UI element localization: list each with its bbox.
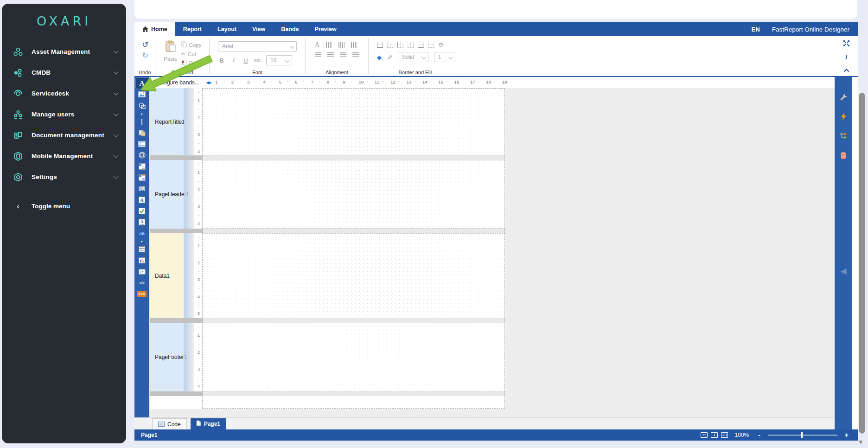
events-button[interactable] bbox=[835, 107, 852, 126]
align-right-icon[interactable] bbox=[340, 52, 346, 58]
band-content[interactable] bbox=[202, 233, 505, 318]
sidebar-item-asset-management[interactable]: Asset Management bbox=[2, 41, 126, 62]
table-object-tool[interactable] bbox=[136, 139, 148, 149]
band-label[interactable]: PageHeader1 bbox=[150, 160, 184, 229]
italic-button[interactable]: I bbox=[230, 57, 237, 64]
scrollbar-down-arrow-icon[interactable]: ▼ bbox=[859, 439, 862, 445]
fill-color-icon[interactable]: ◆ bbox=[377, 54, 382, 61]
vertical-scrollbar[interactable]: ▼ bbox=[859, 32, 865, 443]
shape-object-tool[interactable] bbox=[136, 100, 148, 111]
align-left-icon[interactable] bbox=[315, 52, 321, 58]
redo-button[interactable]: ↻ bbox=[142, 51, 148, 59]
tab-preview[interactable]: Preview bbox=[306, 22, 344, 36]
line-color-icon[interactable]: ✎ bbox=[386, 55, 393, 60]
band-data[interactable]: Data1 1-2-3-4-5- bbox=[150, 233, 505, 318]
fit-whole-page-icon[interactable]: ↕ bbox=[711, 432, 718, 438]
info-icon[interactable]: i bbox=[845, 53, 847, 61]
font-color-button[interactable]: A bbox=[315, 41, 319, 49]
signature-object-tool[interactable] bbox=[136, 266, 148, 277]
data-button[interactable] bbox=[835, 146, 852, 165]
svg-object-tool[interactable]: SVG bbox=[136, 288, 148, 299]
tab-report[interactable]: Report bbox=[175, 22, 210, 36]
paste-button[interactable]: Paste bbox=[164, 40, 177, 69]
tab-page1[interactable]: Page1 bbox=[191, 418, 226, 429]
sidebar-item-servicedesk[interactable]: Servicedesk bbox=[2, 83, 126, 104]
zoom-one-to-one-icon[interactable]: 1:1 bbox=[721, 432, 728, 438]
undo-button[interactable]: ↺ bbox=[142, 41, 148, 49]
band-page-footer[interactable]: PageFooter1 1-2-3-4- bbox=[150, 323, 505, 391]
border-top-icon[interactable] bbox=[408, 42, 414, 48]
zoom-out-button[interactable]: - bbox=[755, 431, 763, 439]
border-none-icon[interactable] bbox=[387, 42, 393, 48]
band-separator[interactable] bbox=[150, 229, 505, 233]
bold-button[interactable]: B bbox=[218, 57, 225, 64]
border-right-icon[interactable] bbox=[428, 42, 434, 48]
sidebar-item-mobile-management[interactable]: Mobile Management bbox=[2, 146, 126, 166]
band-page-header[interactable]: PageHeader1 1-2-3-4- bbox=[150, 160, 505, 229]
border-all-icon[interactable] bbox=[377, 42, 383, 48]
band-separator[interactable] bbox=[150, 318, 505, 323]
align-justify-icon[interactable] bbox=[352, 52, 359, 58]
configure-bands-button[interactable]: Configure bands... bbox=[154, 79, 199, 86]
matrix-object-tool[interactable] bbox=[136, 161, 148, 172]
sidebar-item-manage-users[interactable]: Manage users bbox=[2, 104, 126, 125]
strikethrough-button[interactable]: abc bbox=[254, 58, 262, 63]
tab-view[interactable]: View bbox=[244, 22, 273, 36]
fit-page-width-icon[interactable]: ↔ bbox=[701, 432, 708, 438]
delete-button[interactable]: Delete bbox=[181, 59, 204, 67]
copy-button[interactable]: Copy bbox=[181, 41, 204, 49]
tab-code[interactable]: ‹› Code bbox=[152, 418, 187, 429]
html-object-tool[interactable]: </> bbox=[136, 277, 148, 288]
band-content[interactable] bbox=[202, 323, 505, 391]
tab-bands[interactable]: Bands bbox=[273, 22, 306, 36]
border-bottom-icon[interactable] bbox=[418, 42, 424, 48]
richtext-object-tool[interactable]: A bbox=[136, 194, 148, 205]
chart-object-tool[interactable] bbox=[136, 255, 148, 266]
report-tree-button[interactable] bbox=[835, 126, 852, 146]
zoom-in-button[interactable]: + bbox=[842, 431, 851, 439]
toggle-menu-button[interactable]: ‹ Toggle menu bbox=[2, 196, 126, 217]
text-object-tool[interactable]: A bbox=[136, 78, 148, 89]
subreport-object-tool[interactable] bbox=[136, 128, 148, 138]
font-size-select[interactable]: 10 bbox=[266, 55, 292, 65]
tab-layout[interactable]: Layout bbox=[210, 22, 244, 36]
cellular-text-object-tool[interactable]: A bbox=[136, 217, 148, 227]
fullscreen-icon[interactable] bbox=[843, 40, 850, 49]
band-content[interactable] bbox=[202, 160, 505, 229]
checkbox-object-tool[interactable] bbox=[136, 205, 148, 216]
sidebar-item-settings[interactable]: Settings bbox=[2, 166, 126, 187]
sidebar-item-cmdb[interactable]: CMDB bbox=[2, 62, 126, 83]
band-label[interactable]: Data1 bbox=[150, 233, 184, 318]
tab-home[interactable]: Home bbox=[134, 22, 175, 36]
band-separator[interactable] bbox=[150, 155, 505, 160]
band-label[interactable]: PageFooter1 bbox=[150, 323, 184, 391]
sidebar-item-document-management[interactable]: Document management bbox=[2, 125, 126, 146]
zoom-slider-thumb[interactable] bbox=[801, 432, 803, 438]
band-label[interactable]: ReportTitle1 bbox=[150, 88, 184, 155]
align-bottom-icon[interactable] bbox=[351, 42, 357, 48]
gauge-flyout-arrow-icon[interactable]: ▸ bbox=[136, 239, 148, 243]
align-center-icon[interactable] bbox=[327, 52, 334, 58]
barcode-object-tool[interactable] bbox=[136, 183, 148, 194]
cut-button[interactable]: ✂ Cut bbox=[181, 51, 204, 57]
scrollbar-thumb[interactable] bbox=[859, 93, 865, 434]
band-content[interactable] bbox=[202, 88, 505, 155]
collapse-panel-icon[interactable]: ◀ bbox=[840, 266, 846, 275]
font-family-select[interactable]: Arial bbox=[218, 41, 297, 51]
underline-button[interactable]: U bbox=[242, 57, 249, 64]
collapse-ribbon-icon[interactable] bbox=[843, 66, 849, 74]
border-settings-icon[interactable]: ⚙ bbox=[438, 41, 444, 48]
line-object-tool[interactable] bbox=[136, 116, 148, 127]
grid-object-tool[interactable] bbox=[136, 244, 148, 255]
border-left-icon[interactable] bbox=[397, 42, 403, 48]
line-width-select[interactable]: 1 bbox=[434, 52, 455, 62]
map-object-tool[interactable] bbox=[136, 150, 148, 160]
properties-button[interactable] bbox=[835, 87, 852, 107]
line-style-select[interactable]: Solid bbox=[398, 52, 428, 62]
gauge-object-tool[interactable] bbox=[136, 228, 148, 238]
band-report-title[interactable]: ReportTitle1 1-2-3-4- bbox=[150, 88, 505, 155]
advanced-matrix-object-tool[interactable] bbox=[136, 172, 148, 183]
align-top-icon[interactable] bbox=[326, 42, 332, 48]
language-selector[interactable]: EN bbox=[740, 22, 772, 36]
zoom-slider[interactable] bbox=[768, 435, 837, 436]
